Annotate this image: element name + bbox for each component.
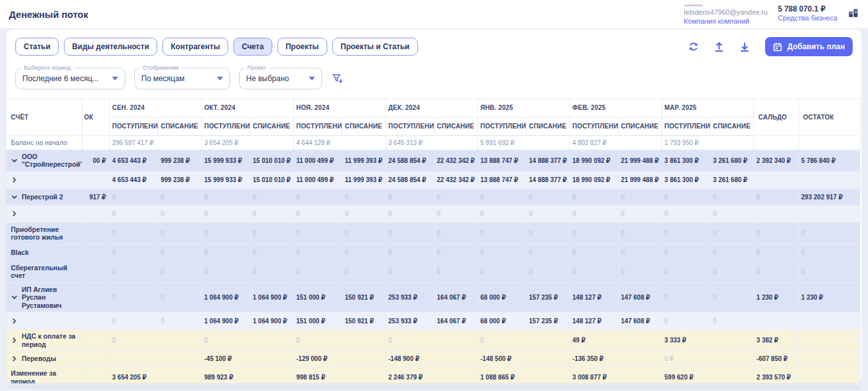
cell: 3 654 205 ₽ [109,367,201,384]
cell [109,351,201,367]
table-row: Перестрой 2917 ₽000000000000000293 202 9… [6,188,860,205]
cell: 3 261 680 ₽ [710,171,754,188]
table-row: ИП Аглиев Руслан Рустамович001 064 900 ₽… [6,282,860,312]
cut-cell [82,367,109,384]
ostatok-cell: 5 786 840 ₽ [798,150,860,171]
row-label-cell: Black [6,244,82,261]
table-row: ООО "Стройперестрой"00 ₽4 653 443 ₽999 2… [6,150,860,171]
row-label-cell: Изменение за период [6,367,82,384]
chevron-down-icon[interactable] [11,157,18,164]
cell: 4 644 128 ₽ [293,135,385,150]
chevron-right-icon[interactable] [11,337,18,344]
cell: 0 [201,188,250,205]
cell: 3 861 300 ₽ [662,150,710,171]
horizontal-scrollbar[interactable] [8,385,860,389]
ostatok-cell [798,351,860,367]
table-body: Баланс на начало296 597 417 ₽3 654 205 ₽… [6,135,860,383]
row-label-wrap: ИП Аглиев Руслан Рустамович [11,286,79,310]
cell: 11 999 393 ₽ [342,150,385,171]
cell: 4 653 443 ₽ [109,171,158,188]
column-header-month: ЯНВ. 2025 [477,99,570,117]
cell: 0 [158,282,201,312]
chevron-right-icon[interactable] [11,176,18,183]
cell: 3 654 205 ₽ [201,135,293,150]
filter-value: Не выбрано [246,74,305,83]
cell: 0 [477,222,526,244]
company-link[interactable]: Компания компаний [684,17,768,26]
cut-cell [82,282,109,312]
row-label: Перестрой 2 [22,193,63,201]
cell: 0 [477,205,526,222]
cell: 0 [434,188,477,205]
cell: 0 [662,244,710,261]
cut-cell [82,351,109,367]
filter-value: По месяцам [141,74,213,83]
dropdown-caret-icon [309,77,315,80]
filter-select-0[interactable]: Выберите периодПоследние 6 месяц... [15,68,125,89]
cell: 253 933 ₽ [385,312,434,330]
saldo-cell [754,205,798,222]
chevron-right-icon[interactable] [11,210,18,217]
filter-add-icon[interactable] [331,72,344,85]
cell: 0 [618,222,662,244]
ostatok-cell [798,312,860,330]
row-label: ИП Аглиев Руслан Рустамович [22,286,79,310]
cut-cell [82,330,109,351]
table-head: СЧЁТОКСЕН. 2024ОКТ. 2024НОЯ. 2024ДЕК. 20… [6,99,860,135]
table-row: Изменение за период3 654 205 ₽989 923 ₽9… [6,367,860,384]
saldo-cell [754,312,798,330]
row-label-wrap: Сберегательный счет [11,264,79,280]
row-label-wrap: НДС к оплате за период [11,332,79,348]
page-title: Денежный поток [9,9,88,20]
table-row: 001 064 900 ₽1 064 900 ₽151 000 ₽150 921… [6,312,860,330]
business-funds-link[interactable]: Средства бизнеса [778,13,837,22]
cell: 0 [477,330,570,351]
add-plan-button[interactable]: Добавить план [765,37,853,56]
organization-icon[interactable] [848,7,859,21]
cell: 0 [109,188,158,205]
cell: 0 [201,261,250,282]
cell: 0 [618,244,662,261]
filters-row: Выберите периодПоследние 6 месяц...Отобр… [6,68,862,89]
cell: 0 [250,222,293,244]
upload-icon[interactable] [713,40,725,53]
tab-3[interactable]: Счета [233,38,272,56]
saldo-cell: 0 [754,188,798,205]
tab-1[interactable]: Виды деятельности [64,38,157,56]
table-row: Приобретение готового жилья0000000000000… [6,222,860,244]
filter-select-2[interactable]: ПроектНе выбрано [239,68,322,89]
row-label: НДС к оплате за период [22,332,79,348]
cell: 0 [250,188,293,205]
tab-0[interactable]: Статьи [15,38,59,56]
chevron-down-icon[interactable] [11,194,18,201]
view-tabs: СтатьиВиды деятельностиКонтрагентыСчетаП… [15,38,418,56]
refresh-icon[interactable] [687,40,700,53]
cell: 68 000 ₽ [477,312,526,330]
chevron-right-icon[interactable] [11,318,18,325]
column-header-inflow: ПОСТУПЛЕНИЕ [109,117,158,135]
account-block: letsdens47960@yandex.ru Компания компани… [684,4,768,26]
row-label-cell: ООО "Стройперестрой" [6,150,82,171]
cell: 0 [662,205,710,222]
column-header-outflow: СПИСАНИЕ [434,117,477,135]
tab-2[interactable]: Контрагенты [162,38,228,56]
saldo-cell: 2 392 340 ₽ [754,150,798,171]
cell: 0 [109,330,201,351]
column-header-month: ОКТ. 2024 [201,99,293,117]
ostatok-cell: 0 [798,244,860,261]
tab-4[interactable]: Проекты [277,38,327,56]
cell: 0 [662,222,710,244]
filter-select-1[interactable]: ОтображениеПо месяцам [134,68,230,89]
cell: 164 067 ₽ [434,312,477,330]
cell: 0 [477,188,526,205]
chevron-down-icon[interactable] [11,294,18,301]
cell: 3 645 313 ₽ [385,135,477,150]
cell: 148 127 ₽ [570,282,618,312]
chevron-right-icon[interactable] [11,355,18,362]
cell: 0 [109,205,158,222]
column-header-month: ФЕВ. 2025 [570,99,662,117]
cell: 0 [201,244,250,261]
row-label: Баланс на начало [11,139,67,147]
tab-5[interactable]: Проекты и Статьи [332,38,418,56]
download-icon[interactable] [738,40,751,53]
